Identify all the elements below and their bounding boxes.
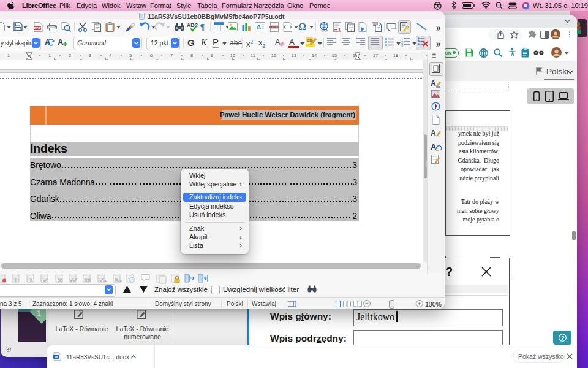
svg-text:A: A [58, 37, 64, 47]
svg-text:A: A [275, 37, 281, 47]
svg-text:A: A [431, 129, 436, 137]
svg-text:A: A [431, 79, 436, 88]
svg-text:3: 3 [401, 44, 403, 47]
svg-text:A: A [431, 142, 437, 151]
svg-text:1: 1 [338, 27, 341, 33]
svg-text:¶: ¶ [200, 22, 205, 32]
svg-text:A: A [257, 23, 262, 31]
svg-text:PDF: PDF [34, 26, 42, 30]
